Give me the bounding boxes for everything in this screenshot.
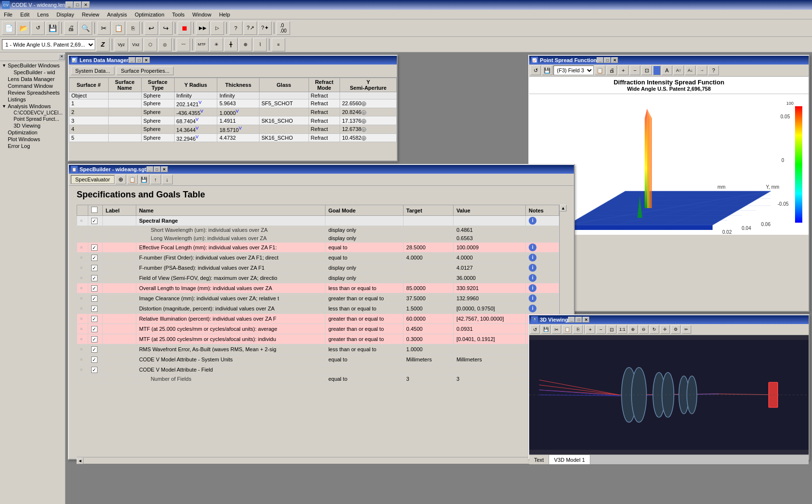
panel-pin-button[interactable]: ✕ [58,54,65,60]
tree-item-psf[interactable]: Point Spread Funct... [1,116,64,122]
row-checkbox[interactable] [91,346,97,353]
v3d-annotation[interactable]: ✏ [682,325,691,334]
v3d-zoom-fit[interactable]: ⊡ [607,325,617,334]
analysis-vxz[interactable]: Vxz [129,38,143,51]
psf-zoom-out[interactable]: − [630,65,640,75]
menu-help[interactable]: Help [215,11,234,18]
table-row[interactable]: Number of Fields equal to 3 3 [77,375,559,383]
cut-button[interactable]: ✂ [97,21,111,35]
psf-minimize[interactable]: _ [597,57,603,63]
tree-item-lens-data-manager[interactable]: Lens Data Manager [1,76,64,82]
row-checkbox[interactable] [91,255,97,261]
row-checkbox[interactable] [91,326,97,332]
menu-review[interactable]: Review [78,11,103,18]
v3d-copy[interactable]: 📋 [562,325,572,334]
open-button[interactable]: 📂 [16,21,30,35]
spec-icon-copy[interactable]: 📋 [127,175,138,184]
ldm-titlebar[interactable]: 📊 Lens Data Manager _ □ ✕ [69,56,397,65]
psf-zoom-in[interactable]: + [618,65,629,75]
analysis-line[interactable]: ⌇ [253,38,267,51]
ldm-close[interactable]: ✕ [143,57,150,63]
psf-color[interactable] [653,65,661,75]
row-checkbox[interactable] [91,336,97,342]
maximize-button[interactable]: □ [74,1,81,8]
analysis-opt1[interactable]: ⬡ [144,38,157,51]
row-checkbox[interactable] [91,285,97,292]
run-btn1[interactable]: ▶▶ [196,21,210,35]
analysis-cross[interactable]: ╋ [224,38,238,51]
table-row[interactable]: ≡ Overall Length to Image (mm): individu… [77,283,559,293]
analysis-opt2[interactable]: ◎ [158,38,172,51]
analysis-spec[interactable]: ≡ [272,38,285,51]
table-row[interactable]: 1 Sphere 202.1421V 5.9643 SF5_SCHOT Refr… [69,99,397,108]
menu-optimization[interactable]: Optimization [131,11,168,18]
info-button[interactable]: i [529,294,536,302]
menu-edit[interactable]: Edit [16,11,33,18]
surface-properties-button[interactable]: Surface Properties... [116,66,174,75]
psf-field-selector[interactable]: (F3) Field 3 [553,65,594,75]
copy-button[interactable]: 📋 [112,21,125,35]
psf-settings[interactable]: A [662,65,672,75]
spec-icon-down[interactable]: ↓ [162,175,173,184]
table-row[interactable]: ≡ CODE V Model Attribute - Field i [77,365,559,375]
ldm-maximize[interactable]: □ [136,57,143,63]
info-button[interactable]: i [529,217,536,225]
v3d-zoom-in2[interactable]: ⊕ [628,325,638,334]
lens-selector[interactable]: 1 - Wide Angle U.S. Patent 2,69... [2,39,95,50]
spec-close[interactable]: ✕ [161,166,168,172]
menu-tools[interactable]: Tools [168,11,189,18]
menu-lens[interactable]: Lens [33,11,53,18]
tree-item-codevcv[interactable]: C:\CODEVCV_LICEI... [1,110,64,116]
tab-text[interactable]: Text [529,455,549,464]
reload-button[interactable]: ↺ [31,21,45,35]
spec-table-scroll[interactable]: Label Name Goal Mode Target Value Notes [77,205,559,457]
table-row[interactable]: ≡ F-number (First Order): individual val… [77,253,559,263]
v3d-rotate[interactable]: ↻ [650,325,659,334]
v3d-save[interactable]: 💾 [541,325,551,334]
zoom-button[interactable]: 🔍 [79,21,92,35]
psf-zoom-fit[interactable]: ⊡ [641,65,652,75]
scroll-left-button[interactable]: ◄ [77,457,83,464]
help-btn1[interactable]: ? [229,21,243,35]
tree-item-command-window[interactable]: Command Window [1,82,64,89]
psf-print[interactable]: 🖨 [606,65,617,75]
spec-icon-up[interactable]: ↑ [150,175,161,184]
menu-display[interactable]: Display [53,11,78,18]
tree-item-listings[interactable]: Listings [1,96,64,103]
tree-item-error-log[interactable]: Error Log [1,143,64,149]
v3d-refresh[interactable]: ↺ [530,325,540,334]
new-button[interactable]: 📄 [2,21,16,35]
v3d-zoom-out[interactable]: − [596,325,606,334]
v3d-zoom-100[interactable]: 1:1 [617,325,627,334]
info-button[interactable]: i [529,264,536,272]
psf-titlebar[interactable]: 📈 Point Spread Function _ □ ✕ [529,56,809,65]
spec-icon-save[interactable]: 💾 [139,175,149,184]
help-btn3[interactable]: ?✦ [258,21,272,35]
table-row[interactable]: ≡ MTF (at 25.000 cycles/mm or cycles/afo… [77,324,559,334]
psf-refresh[interactable]: ↺ [530,65,541,75]
info-button[interactable]: i [529,305,536,312]
table-row[interactable]: ≡ CODE V Model Attribute - System Units … [77,355,559,365]
table-row[interactable]: 4 Sphere 14.3644V 18.5710V Refract 12.67… [69,125,397,133]
tree-item-3d-viewing[interactable]: 3D Viewing [1,122,64,129]
table-row[interactable]: ≡ Relative Illumination (percent): indiv… [77,314,559,324]
table-row[interactable]: 2 Sphere -436.4355V 1.0000V Refract 20.8… [69,108,397,116]
psf-maximize[interactable]: □ [604,57,611,63]
tree-item-review-spreadsheets[interactable]: Review Spreadsheets [1,89,64,96]
help-btn2[interactable]: ?↗ [244,21,257,35]
tab-v3d-model[interactable]: V3D Model 1 [549,455,590,464]
v3d-zoom-in[interactable]: + [585,325,595,334]
v3d-pan[interactable]: ✛ [660,325,670,334]
psf-font[interactable]: A↑ [673,65,684,75]
run-btn2[interactable]: ▷ [211,21,224,35]
info-button[interactable]: i [529,284,536,292]
psf-copy[interactable]: 📋 [595,65,605,75]
analysis-psf[interactable]: ⊕ [239,38,252,51]
z-button[interactable]: Z [96,38,110,51]
view3d-restore[interactable]: □ [575,317,582,323]
psf-help[interactable]: ? [708,65,719,75]
row-checkbox[interactable] [91,306,97,312]
psf-close[interactable]: ✕ [611,57,618,63]
menu-file[interactable]: File [0,11,16,18]
tree-item-plot-windows[interactable]: Plot Windows [1,136,64,143]
